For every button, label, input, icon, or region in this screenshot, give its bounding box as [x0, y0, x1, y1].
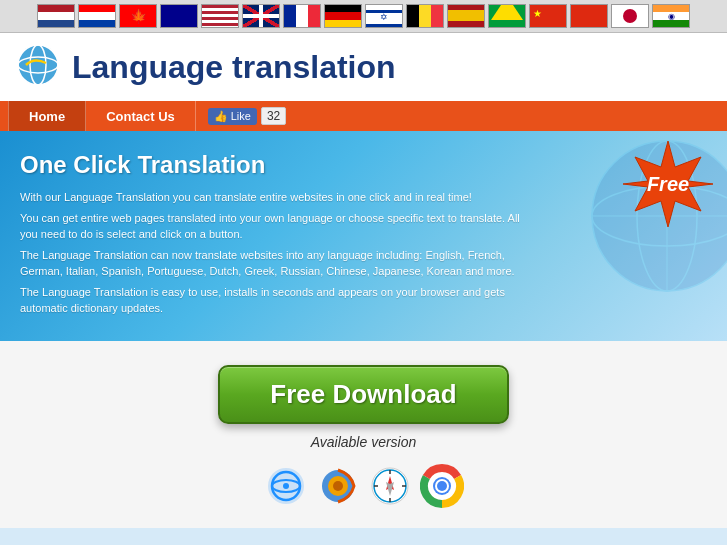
hero-p2: You can get entire web pages translated …: [20, 210, 540, 243]
features-section: Here are some of the features that one c…: [0, 528, 727, 546]
hero-banner: Free One Click Translation With our Lang…: [0, 131, 727, 341]
svg-point-30: [437, 481, 447, 491]
free-badge: Free: [623, 139, 713, 229]
chrome-icon: [420, 464, 464, 508]
svg-point-18: [333, 481, 343, 491]
flag-brazil[interactable]: [488, 4, 526, 28]
flag-israel[interactable]: ✡: [365, 4, 403, 28]
navbar: Home Contact Us 👍 Like 32: [0, 101, 727, 131]
nav-home[interactable]: Home: [8, 101, 86, 131]
hero-p1: With our Language Translation you can tr…: [20, 189, 540, 206]
flag-australia[interactable]: [160, 4, 198, 28]
flag-india[interactable]: ◉: [652, 4, 690, 28]
available-version-label: Available version: [311, 434, 417, 450]
flag-gb[interactable]: [242, 4, 280, 28]
site-title: Language translation: [72, 49, 396, 86]
flag-china2[interactable]: [570, 4, 608, 28]
download-section: Free Download Available version: [0, 341, 727, 528]
nav-contact[interactable]: Contact Us: [86, 101, 196, 131]
header: Language translation: [0, 33, 727, 101]
like-count: 32: [261, 107, 286, 125]
flag-china[interactable]: ★: [529, 4, 567, 28]
logo-icon: [16, 43, 60, 91]
svg-text:Free: Free: [647, 173, 689, 195]
flag-netherlands[interactable]: [37, 4, 75, 28]
flag-bar: 🍁 ✡ ★ ◉: [0, 0, 727, 33]
flag-netherlands2[interactable]: [78, 4, 116, 28]
like-button[interactable]: 👍 Like: [208, 108, 257, 125]
hero-p4: The Language Translation is easy to use,…: [20, 284, 540, 317]
hero-p3: The Language Translation can now transla…: [20, 247, 540, 280]
ie-icon: [264, 464, 308, 508]
safari-icon: [368, 464, 412, 508]
flag-france[interactable]: [283, 4, 321, 28]
flag-germany[interactable]: [324, 4, 362, 28]
svg-point-15: [283, 483, 289, 489]
browser-icons: [264, 464, 464, 508]
flag-belgium[interactable]: [406, 4, 444, 28]
flag-spain[interactable]: [447, 4, 485, 28]
firefox-icon: [316, 464, 360, 508]
flag-japan[interactable]: [611, 4, 649, 28]
flag-canada[interactable]: 🍁: [119, 4, 157, 28]
download-button[interactable]: Free Download: [218, 365, 508, 424]
like-box: 👍 Like 32: [208, 101, 287, 131]
flag-us[interactable]: [201, 4, 239, 28]
